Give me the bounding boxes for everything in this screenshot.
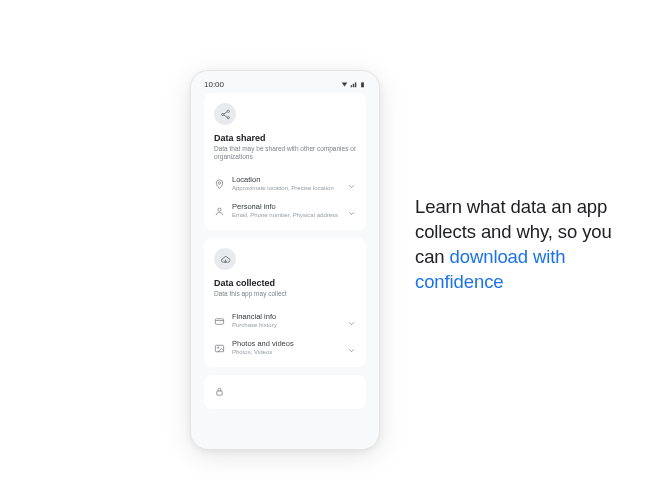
- svg-rect-13: [217, 391, 223, 395]
- person-icon: [214, 203, 225, 214]
- row-sub: Approximate location, Precise location: [232, 185, 340, 192]
- row-sub: Purchase history: [232, 322, 340, 329]
- row-personal-info[interactable]: Personal info Email, Phone number, Physi…: [214, 197, 356, 224]
- row-financial[interactable]: Financial info Purchase history: [214, 307, 356, 334]
- svg-point-12: [217, 347, 218, 348]
- row-title: Personal info: [232, 202, 340, 211]
- security-card[interactable]: [204, 375, 366, 409]
- status-bar: 10:00: [194, 74, 376, 93]
- row-title: Photos and videos: [232, 339, 340, 348]
- chevron-down-icon: [347, 341, 356, 350]
- row-photos[interactable]: Photos and videos Photos, Videos: [214, 334, 356, 361]
- chevron-down-icon: [347, 177, 356, 186]
- marketing-headline: Learn what data an app collects and why,…: [415, 195, 645, 295]
- battery-icon: [359, 81, 366, 88]
- row-title: Financial info: [232, 312, 340, 321]
- chevron-down-icon: [347, 314, 356, 323]
- screen: 10:00 Data shared Data that may be share…: [194, 74, 376, 446]
- svg-line-5: [223, 114, 227, 116]
- location-icon: [214, 176, 225, 187]
- row-sub: Email, Phone number, Physical address: [232, 212, 340, 219]
- status-icons: [341, 81, 366, 88]
- image-icon: [214, 340, 225, 351]
- row-sub: Photos, Videos: [232, 349, 340, 356]
- chevron-down-icon: [347, 204, 356, 213]
- share-icon: [214, 103, 236, 125]
- row-location[interactable]: Location Approximate location, Precise l…: [214, 170, 356, 197]
- row-title: Location: [232, 175, 340, 184]
- collected-title: Data collected: [214, 278, 356, 288]
- svg-point-7: [218, 208, 221, 211]
- svg-point-6: [218, 182, 220, 184]
- svg-line-4: [223, 111, 227, 113]
- status-time: 10:00: [204, 80, 224, 89]
- cloud-icon: [214, 248, 236, 270]
- data-shared-card: Data shared Data that may be shared with…: [204, 93, 366, 230]
- phone-mockup: 10:00 Data shared Data that may be share…: [190, 70, 380, 450]
- svg-rect-0: [361, 82, 364, 87]
- card-icon: [214, 313, 225, 324]
- wifi-icon: [341, 81, 348, 88]
- shared-title: Data shared: [214, 133, 356, 143]
- svg-rect-9: [215, 318, 223, 324]
- shared-subtitle: Data that may be shared with other compa…: [214, 145, 356, 162]
- data-collected-card: Data collected Data this app may collect…: [204, 238, 366, 367]
- lock-icon: [214, 383, 225, 401]
- collected-subtitle: Data this app may collect: [214, 290, 356, 298]
- signal-icon: [350, 81, 357, 88]
